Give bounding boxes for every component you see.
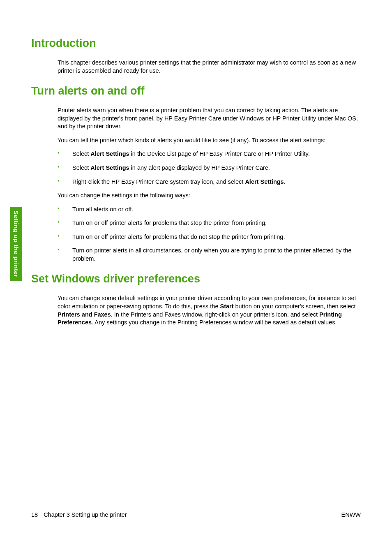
heading-introduction: Introduction — [31, 37, 361, 50]
side-tab: Setting up the printer — [10, 207, 22, 281]
list-item: Turn all alerts on or off. — [58, 206, 361, 214]
footer-right: ENWW — [341, 511, 361, 518]
windows-driver-paragraph: You can change some default settings in … — [58, 294, 361, 326]
bold-text: Alert Settings — [90, 150, 129, 157]
bold-text: Alert Settings — [245, 178, 284, 185]
text: Select — [72, 150, 90, 157]
alerts-change-list: Turn all alerts on or off. Turn on or of… — [58, 206, 361, 263]
list-item: Turn on printer alerts in all circumstan… — [58, 247, 361, 263]
text: . In the Printers and Faxes window, righ… — [111, 311, 319, 318]
alerts-paragraph-3: You can change the settings in the follo… — [58, 192, 361, 200]
page-footer: 18 Chapter 3 Setting up the printer ENWW — [31, 511, 361, 518]
text: . Any settings you change in the Printin… — [92, 319, 337, 326]
list-item: Turn on or off printer alerts for proble… — [58, 219, 361, 227]
list-item: Select Alert Settings in the Device List… — [58, 150, 361, 158]
text: Right-click the HP Easy Printer Care sys… — [72, 178, 245, 185]
heading-turn-alerts: Turn alerts on and off — [31, 85, 361, 97]
alerts-paragraph-2: You can tell the printer which kinds of … — [58, 136, 361, 145]
bold-text: Printers and Faxes — [58, 311, 111, 318]
page-number: 18 — [31, 511, 38, 518]
alerts-paragraph-1: Printer alerts warn you when there is a … — [58, 106, 361, 131]
bold-text: Start — [220, 303, 233, 310]
list-item: Right-click the HP Easy Printer Care sys… — [58, 178, 361, 186]
intro-paragraph: This chapter describes various printer s… — [58, 59, 361, 75]
footer-left: 18 Chapter 3 Setting up the printer — [31, 511, 127, 518]
alerts-access-list: Select Alert Settings in the Device List… — [58, 150, 361, 186]
text: in the Device List page of HP Easy Print… — [129, 150, 310, 157]
text: Select — [72, 164, 90, 171]
list-item: Turn on or off printer alerts for proble… — [58, 233, 361, 241]
list-item: Select Alert Settings in any alert page … — [58, 164, 361, 172]
text: button on your computer's screen, then s… — [234, 303, 356, 310]
bold-text: Alert Settings — [90, 164, 129, 171]
text: . — [284, 178, 286, 185]
page-content: Introduction This chapter describes vari… — [0, 0, 392, 327]
heading-windows-driver: Set Windows driver preferences — [31, 273, 361, 285]
text: in any alert page displayed by HP Easy P… — [129, 164, 270, 171]
chapter-label: Chapter 3 Setting up the printer — [44, 511, 127, 518]
